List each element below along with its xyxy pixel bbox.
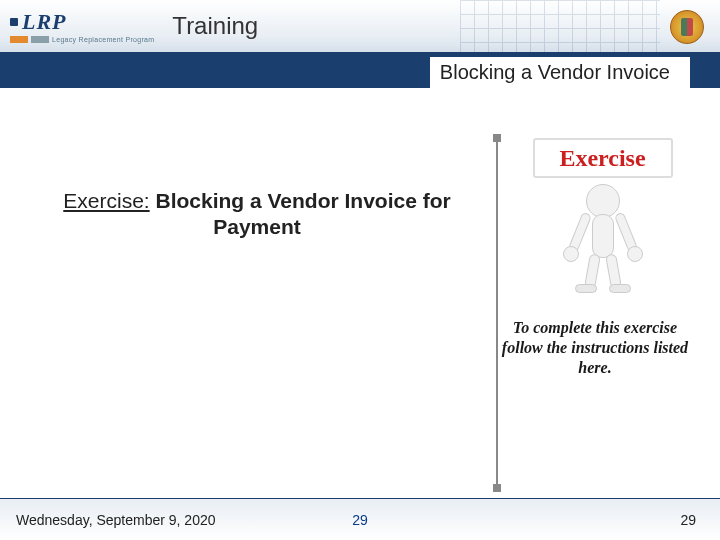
content-area: Exercise: Blocking a Vendor Invoice for … — [0, 88, 720, 498]
logo-bullet-icon — [10, 18, 18, 26]
page-title: Training — [172, 12, 258, 40]
exercise-label: Exercise: — [63, 189, 149, 212]
footer-date: Wednesday, September 9, 2020 — [16, 512, 216, 528]
subheader-bar: Blocking a Vendor Invoice — [0, 54, 720, 88]
logo-accent-grey-icon — [31, 36, 49, 43]
exercise-figure: Exercise — [525, 138, 680, 308]
logo-accent-orange-icon — [10, 36, 28, 43]
footer-right-number: 29 — [680, 512, 696, 528]
seal-icon — [670, 10, 704, 44]
exercise-title-line1: Blocking a Vendor Invoice for — [155, 189, 450, 212]
exercise-heading: Exercise: Blocking a Vendor Invoice for … — [32, 188, 482, 241]
exercise-sign: Exercise — [533, 138, 673, 178]
exercise-title-line2: Payment — [213, 215, 301, 238]
logo: LRP Legacy Replacement Program — [10, 9, 154, 43]
footer-center-number: 29 — [352, 512, 368, 528]
vertical-divider-icon — [496, 138, 498, 488]
exercise-instructions: To complete this exercise follow the ins… — [495, 318, 695, 378]
logo-subtitle: Legacy Replacement Program — [52, 36, 154, 43]
logo-text: LRP — [22, 9, 67, 35]
mannequin-icon — [553, 184, 653, 294]
grid-decor-icon — [460, 0, 660, 54]
footer-bar: Wednesday, September 9, 2020 29 29 — [0, 498, 720, 540]
subheader-label: Blocking a Vendor Invoice — [430, 57, 690, 88]
header-bar: LRP Legacy Replacement Program Training — [0, 0, 720, 54]
